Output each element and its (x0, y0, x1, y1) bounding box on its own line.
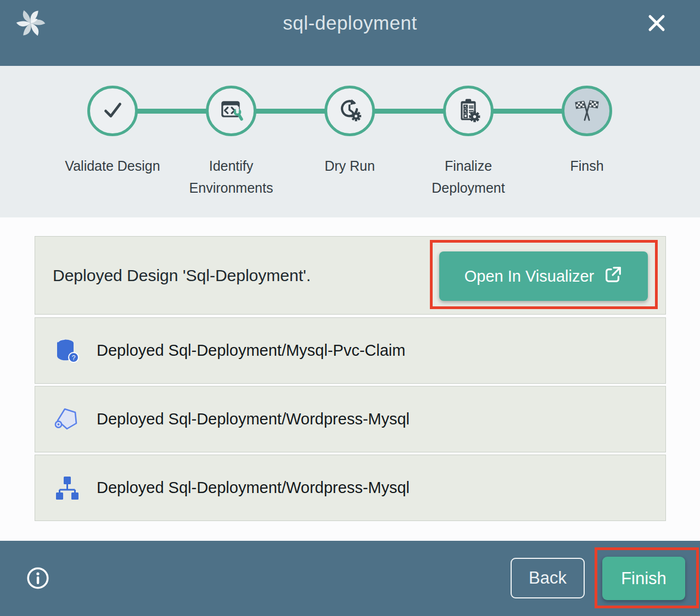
deployed-item-text: Deployed Sql-Deployment/Wordpress-Mysql (97, 479, 410, 497)
code-config-icon (218, 97, 244, 125)
open-in-visualizer-button[interactable]: Open In Visualizer (439, 251, 648, 301)
deployment-wizard-modal: sql-deployment Validate Design (0, 0, 700, 616)
info-icon[interactable] (25, 565, 51, 591)
step-connector (253, 109, 328, 114)
back-button[interactable]: Back (511, 558, 585, 598)
wizard-stepper: Validate Design Identify Environments (0, 66, 700, 217)
deployed-design-message: Deployed Design 'Sql-Deployment'. (35, 266, 311, 285)
deployed-item-row: ? Deployed Sql-Deployment/Mysql-Pvc-Clai… (35, 317, 666, 384)
check-icon (100, 97, 125, 125)
deployed-item-row: Deployed Sql-Deployment/Wordpress-Mysql (35, 386, 666, 452)
step-label-dry-run: Dry Run (289, 155, 410, 177)
step-identify-environments[interactable] (206, 86, 256, 136)
step-label-finish: Finsh (527, 155, 647, 177)
close-icon[interactable] (642, 9, 671, 37)
step-connector (490, 109, 565, 114)
step-dry-run[interactable] (324, 86, 375, 136)
clipboard-gear-icon (455, 97, 481, 125)
dry-run-icon (337, 97, 363, 125)
finish-flags-icon (573, 96, 601, 126)
pentagon-icon (53, 405, 81, 434)
step-label-validate-design: Validate Design (52, 155, 173, 177)
step-finish[interactable] (562, 86, 612, 136)
step-label-finalize-deployment: Finalize Deployment (408, 155, 529, 199)
open-in-visualizer-label: Open In Visualizer (464, 267, 594, 285)
deployed-item-text: Deployed Sql-Deployment/Mysql-Pvc-Claim (97, 341, 405, 360)
svg-text:?: ? (72, 354, 76, 361)
external-link-icon (604, 265, 623, 288)
finish-button[interactable]: Finish (602, 557, 685, 600)
step-label-identify-environments: Identify Environments (171, 155, 292, 199)
step-connector (372, 109, 446, 114)
database-icon: ? (53, 337, 81, 365)
modal-header: sql-deployment (0, 0, 700, 66)
topology-icon (53, 474, 81, 502)
step-finalize-deployment[interactable] (443, 86, 494, 136)
deployed-item-text: Deployed Sql-Deployment/Wordpress-Mysql (97, 410, 410, 428)
deployed-item-row: Deployed Sql-Deployment/Wordpress-Mysql (35, 455, 666, 521)
step-connector (135, 109, 209, 114)
modal-footer: Back Finish (0, 541, 700, 616)
modal-title: sql-deployment (0, 12, 700, 34)
step-validate-design[interactable] (87, 86, 138, 136)
